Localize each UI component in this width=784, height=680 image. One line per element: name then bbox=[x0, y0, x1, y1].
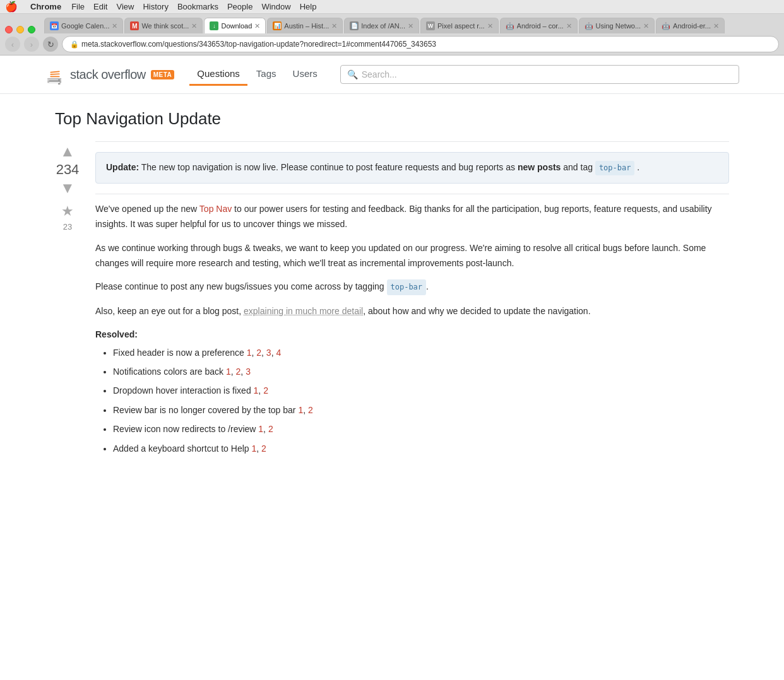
tab-title-download: Download bbox=[221, 22, 252, 30]
resolved-item-text-6: Added a keyboard shortcut to Help bbox=[113, 443, 251, 454]
refresh-button[interactable]: ↻ bbox=[43, 37, 58, 52]
so-logo[interactable]: stack overflow META bbox=[45, 64, 174, 85]
top-nav-link[interactable]: Top Nav bbox=[199, 204, 232, 214]
tab-close-download[interactable]: ✕ bbox=[254, 22, 260, 30]
so-site: stack overflow META Questions Tags Users… bbox=[0, 56, 784, 476]
tab-title-google-cal: Google Calen... bbox=[61, 22, 109, 30]
tab-download[interactable]: ↓ Download ✕ bbox=[204, 18, 266, 33]
tab-favicon-austin: 📊 bbox=[273, 21, 282, 30]
resolved-title: Resolved: bbox=[95, 329, 729, 339]
tab-close-index[interactable]: ✕ bbox=[408, 22, 413, 30]
tab-android-cor[interactable]: 🤖 Android – cor... ✕ bbox=[500, 18, 578, 33]
so-logo-icon bbox=[45, 64, 65, 85]
resolved-link-2-3[interactable]: 3 bbox=[246, 366, 251, 377]
maximize-button[interactable] bbox=[28, 26, 35, 33]
list-item: Fixed header is now a preference 1, 2, 3… bbox=[113, 346, 729, 360]
post-para-3: Please continue to post any new bugs/iss… bbox=[95, 279, 729, 295]
tab-close-we-think[interactable]: ✕ bbox=[191, 22, 197, 30]
svg-rect-4 bbox=[49, 82, 60, 83]
back-button[interactable]: ‹ bbox=[5, 37, 20, 52]
search-bar[interactable]: 🔍 Search... bbox=[340, 65, 739, 84]
apple-menu[interactable]: 🍎 bbox=[5, 1, 18, 13]
resolved-link-1-2[interactable]: 2 bbox=[256, 348, 261, 358]
menu-history[interactable]: History bbox=[143, 2, 168, 11]
svg-rect-5 bbox=[50, 71, 59, 73]
tab-index[interactable]: 📄 Index of /AN... ✕ bbox=[344, 18, 419, 33]
resolved-link-2-1[interactable]: 1 bbox=[226, 366, 231, 377]
tab-favicon-using-netw: 🤖 bbox=[585, 21, 593, 30]
chrome-frame: 📅 Google Calen... ✕ M We think scot... ✕… bbox=[0, 14, 784, 56]
menu-bookmarks[interactable]: Bookmarks bbox=[177, 2, 218, 11]
tab-android-er[interactable]: 🤖 Android-er... ✕ bbox=[656, 18, 725, 33]
resolved-link-1-3[interactable]: 3 bbox=[266, 348, 271, 358]
resolved-link-3-2[interactable]: 2 bbox=[263, 385, 268, 396]
downvote-button[interactable]: ▼ bbox=[60, 180, 75, 196]
resolved-link-5-2[interactable]: 2 bbox=[268, 424, 273, 434]
tab-using-netw[interactable]: 🤖 Using Netwo... ✕ bbox=[579, 18, 655, 33]
minimize-button[interactable] bbox=[16, 26, 24, 33]
search-icon: 🔍 bbox=[347, 69, 358, 79]
update-text: The new top navigation is now live. Plea… bbox=[141, 162, 518, 172]
search-placeholder: Search... bbox=[362, 69, 397, 79]
lock-icon: 🔒 bbox=[70, 40, 79, 49]
menu-edit[interactable]: Edit bbox=[93, 2, 107, 11]
tab-close-android-cor[interactable]: ✕ bbox=[566, 22, 572, 30]
menu-people[interactable]: People bbox=[227, 2, 252, 11]
update-suffix: . bbox=[637, 162, 639, 172]
nav-users[interactable]: Users bbox=[285, 63, 325, 86]
post-container: ▲ 234 ▼ ★ 23 Update: The new top navigat… bbox=[55, 141, 729, 460]
post-text-body: We've opened up the new Top Nav to our p… bbox=[95, 202, 729, 319]
url-bar[interactable]: 🔒 meta.stackoverflow.com/questions/34365… bbox=[62, 36, 779, 52]
update-bold: new posts bbox=[518, 162, 561, 172]
tab-title-using-netw: Using Netwo... bbox=[596, 22, 641, 30]
resolved-item-text-4: Review bar is no longer covered by the t… bbox=[113, 405, 298, 415]
resolved-link-3-1[interactable]: 1 bbox=[254, 385, 259, 396]
address-bar: ‹ › ↻ 🔒 meta.stackoverflow.com/questions… bbox=[0, 33, 784, 55]
resolved-link-5-1[interactable]: 1 bbox=[258, 424, 263, 434]
upvote-button[interactable]: ▲ bbox=[60, 144, 75, 159]
resolved-link-4-1[interactable]: 1 bbox=[298, 405, 303, 415]
nav-questions[interactable]: Questions bbox=[189, 63, 247, 86]
resolved-item-text-2: Notifications colors are back bbox=[113, 366, 226, 377]
tab-title-we-think: We think scot... bbox=[141, 22, 189, 30]
resolved-link-6-1[interactable]: 1 bbox=[251, 443, 256, 454]
vote-count: 234 bbox=[56, 161, 80, 178]
nav-tags[interactable]: Tags bbox=[249, 63, 284, 86]
tab-close-pixel[interactable]: ✕ bbox=[487, 22, 493, 30]
post-body: Update: The new top navigation is now li… bbox=[95, 141, 729, 460]
tab-close-using-netw[interactable]: ✕ bbox=[643, 22, 649, 30]
resolved-link-6-2[interactable]: 2 bbox=[261, 443, 266, 454]
resolved-item-text-5: Review icon now redirects to /review bbox=[113, 424, 258, 434]
resolved-link-2-2[interactable]: 2 bbox=[236, 366, 241, 377]
menu-window[interactable]: Window bbox=[261, 2, 290, 11]
vote-column: ▲ 234 ▼ ★ 23 bbox=[55, 141, 80, 232]
para3-tag[interactable]: top-bar bbox=[387, 279, 427, 295]
update-notice: Update: The new top navigation is now li… bbox=[95, 152, 729, 184]
tab-google-cal[interactable]: 📅 Google Calen... ✕ bbox=[44, 18, 123, 33]
list-item: Added a keyboard shortcut to Help 1, 2 bbox=[113, 442, 729, 455]
blog-link[interactable]: explaining in much more detail bbox=[244, 306, 363, 316]
resolved-list: Fixed header is now a preference 1, 2, 3… bbox=[95, 346, 729, 455]
tab-we-think-scot[interactable]: M We think scot... ✕ bbox=[124, 18, 203, 33]
tab-close-android-er[interactable]: ✕ bbox=[713, 22, 719, 30]
tab-close-austin[interactable]: ✕ bbox=[331, 22, 337, 30]
so-header: stack overflow META Questions Tags Users… bbox=[0, 56, 784, 94]
close-button[interactable] bbox=[5, 26, 13, 33]
tab-austin[interactable]: 📊 Austin – Hist... ✕ bbox=[267, 18, 343, 33]
menu-view[interactable]: View bbox=[116, 2, 134, 11]
bookmark-star[interactable]: ★ bbox=[61, 203, 74, 220]
resolved-section: Resolved: Fixed header is now a preferen… bbox=[95, 329, 729, 455]
tab-pixel[interactable]: W Pixel aspect r... ✕ bbox=[420, 18, 499, 33]
list-item: Review bar is no longer covered by the t… bbox=[113, 403, 729, 417]
menu-file[interactable]: File bbox=[71, 2, 85, 11]
forward-button[interactable]: › bbox=[24, 37, 39, 52]
tab-close-google-cal[interactable]: ✕ bbox=[112, 22, 117, 30]
page-title: Top Navigation Update bbox=[55, 109, 729, 129]
update-tag[interactable]: top-bar bbox=[595, 161, 635, 175]
resolved-link-1-4[interactable]: 4 bbox=[276, 348, 281, 358]
resolved-link-4-2[interactable]: 2 bbox=[308, 405, 313, 415]
resolved-link-1-1[interactable]: 1 bbox=[247, 348, 252, 358]
tab-title-android-cor: Android – cor... bbox=[517, 22, 564, 30]
menu-help[interactable]: Help bbox=[300, 2, 317, 11]
tab-favicon-index: 📄 bbox=[350, 21, 359, 30]
